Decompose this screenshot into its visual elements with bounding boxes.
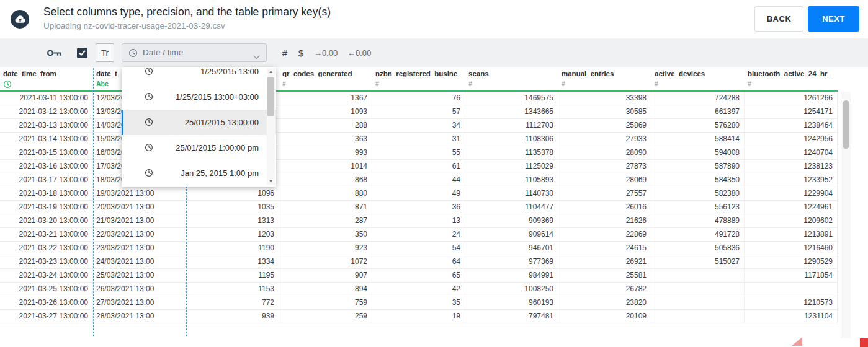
primary-key-icon[interactable] xyxy=(47,49,62,57)
table-cell: 1209602 xyxy=(745,214,838,227)
table-cell: 582380 xyxy=(651,187,745,200)
column-header-date_time_from[interactable]: date_time_from xyxy=(0,67,93,90)
table-cell: 57 xyxy=(372,105,465,118)
table-row: 2021-03-25 13:00:0026/03/2021 13:0011538… xyxy=(0,283,838,296)
table-cell: 2021-03-19 13:00:00 xyxy=(0,201,93,214)
table-cell: 2021-03-12 13:00:00 xyxy=(0,105,93,118)
datetime-format-select[interactable]: Date / time xyxy=(122,43,267,62)
table-cell: 1367 xyxy=(279,92,372,105)
table-cell: 588414 xyxy=(651,133,745,146)
column-header-scans[interactable]: scans# xyxy=(465,67,558,90)
table-cell: 576280 xyxy=(651,119,745,132)
column-header-bluetooth_active_24_hr_[interactable]: bluetooth_active_24_hr_# xyxy=(745,67,838,90)
table-row: 2021-03-27 13:00:0028/03/2021 13:0093925… xyxy=(0,310,838,323)
next-button[interactable]: NEXT xyxy=(808,6,859,32)
table-cell: 21/03/2021 13:00 xyxy=(93,214,186,227)
date-format-option[interactable]: 25/01/2015 13:00:00 xyxy=(122,110,276,135)
corner-triangle-decoration xyxy=(792,337,802,346)
table-cell: 24 xyxy=(372,228,465,241)
menu-scrollbar[interactable]: ▲ ▼ xyxy=(267,68,275,185)
table-cell: 24/03/2021 13:00 xyxy=(93,255,186,268)
selected-type-label: Date / time xyxy=(143,44,183,61)
vertical-scrollbar[interactable] xyxy=(841,92,851,338)
table-cell: 27933 xyxy=(558,133,651,146)
table-cell: 984991 xyxy=(465,269,558,282)
table-cell: 1140730 xyxy=(465,187,558,200)
table-cell: 584350 xyxy=(651,174,745,187)
table-cell: 1334 xyxy=(186,255,279,268)
table-cell: 1313 xyxy=(186,214,279,227)
table-row: 2021-03-23 13:00:0024/03/2021 13:0013341… xyxy=(0,255,838,269)
table-cell: 772 xyxy=(186,296,279,309)
table-cell: 1008250 xyxy=(465,283,558,296)
table-cell: 587890 xyxy=(651,160,745,173)
table-cell: 1238123 xyxy=(745,160,838,173)
table-cell: 1014 xyxy=(279,160,372,173)
table-cell: 25869 xyxy=(558,119,651,132)
table-row: 2021-03-18 13:00:0019/03/2021 13:0010968… xyxy=(0,187,838,201)
table-cell: 1469575 xyxy=(465,92,558,105)
column-header-active_devices[interactable]: active_devices# xyxy=(651,67,745,90)
column-header-nzbn_registered_busine[interactable]: nzbn_registered_busine# xyxy=(372,67,465,90)
table-cell: 20/03/2021 13:00 xyxy=(93,201,186,214)
scroll-down-icon[interactable]: ▼ xyxy=(267,178,275,185)
table-cell: 2021-03-20 13:00:00 xyxy=(0,214,93,227)
clock-icon xyxy=(145,169,153,180)
text-type-button[interactable]: Tr xyxy=(96,43,114,62)
table-cell: 76 xyxy=(372,92,465,105)
table-cell: 1135378 xyxy=(465,146,558,159)
table-cell: 1210573 xyxy=(745,296,838,309)
clock-icon xyxy=(145,67,153,78)
increase-precision-button[interactable]: →0.00 xyxy=(314,47,338,58)
table-cell: 724288 xyxy=(651,92,745,105)
table-cell: 33398 xyxy=(558,92,651,105)
table-cell: 1171854 xyxy=(745,269,838,282)
table-cell: 30585 xyxy=(558,105,651,118)
table-cell: 21626 xyxy=(558,214,651,227)
table-cell: 894 xyxy=(279,283,372,296)
date-format-menu: 1/25/2015 13:001/25/2015 13:00+03:0025/0… xyxy=(122,67,276,187)
table-cell: 1216460 xyxy=(745,242,838,255)
table-cell: 478889 xyxy=(651,214,745,227)
column-format-toolbar: Tr Date / time # $ →0.00 ←0.00 xyxy=(0,38,868,68)
table-cell: 868 xyxy=(279,174,372,187)
table-cell: 1108306 xyxy=(465,133,558,146)
table-row: 2021-03-19 13:00:0020/03/2021 13:0010358… xyxy=(0,201,838,214)
column-header-qr_codes_generated[interactable]: qr_codes_generated# xyxy=(279,67,372,90)
table-cell: 2021-03-13 13:00:00 xyxy=(0,119,93,132)
table-cell: 31 xyxy=(372,133,465,146)
number-type-label: # xyxy=(748,80,751,87)
table-cell: 22869 xyxy=(558,228,651,241)
scroll-up-icon[interactable]: ▲ xyxy=(267,68,275,76)
vertical-scrollbar-thumb[interactable] xyxy=(843,100,849,149)
column-name: active_devices xyxy=(655,70,705,77)
table-cell: 259 xyxy=(279,310,372,323)
date-format-option[interactable]: 25/01/2015 1:00:00 pm xyxy=(122,135,276,160)
column-header-manual_entries[interactable]: manual_entries# xyxy=(558,67,651,90)
table-cell: 36 xyxy=(372,201,465,214)
table-cell: 25/03/2021 13:00 xyxy=(93,269,186,282)
table-cell: 19/03/2021 13:00 xyxy=(93,187,186,200)
table-cell: 25581 xyxy=(558,269,651,282)
back-button[interactable]: BACK xyxy=(754,6,803,32)
currency-type-button[interactable]: $ xyxy=(295,46,306,59)
date-format-option[interactable]: 1/25/2015 13:00+03:00 xyxy=(122,84,276,110)
table-cell: 34 xyxy=(372,119,465,132)
date-format-option[interactable]: Jan 25, 2015 1:00 pm xyxy=(122,160,276,186)
column-name: qr_codes_generated xyxy=(282,70,352,77)
table-row: 2021-03-21 13:00:0022/03/2021 13:0012033… xyxy=(0,228,838,242)
table-cell: 28/03/2021 13:00 xyxy=(93,310,186,323)
date-format-option[interactable]: 1/25/2015 13:00 xyxy=(122,67,276,84)
number-type-button[interactable]: # xyxy=(279,46,290,59)
table-cell: 1240704 xyxy=(745,146,838,159)
table-cell: 288 xyxy=(279,119,372,132)
menu-scrollbar-thumb[interactable] xyxy=(267,77,274,116)
table-cell: 35 xyxy=(372,296,465,309)
table-cell: 960193 xyxy=(465,296,558,309)
decrease-precision-button[interactable]: ←0.00 xyxy=(347,47,371,58)
format-option-label: 25/01/2015 1:00:00 pm xyxy=(176,135,259,160)
table-cell: 2021-03-27 13:00:00 xyxy=(0,310,93,323)
table-cell: 2021-03-24 13:00:00 xyxy=(0,269,93,282)
include-column-checkbox[interactable] xyxy=(77,48,87,58)
table-cell: 1231104 xyxy=(745,310,838,323)
